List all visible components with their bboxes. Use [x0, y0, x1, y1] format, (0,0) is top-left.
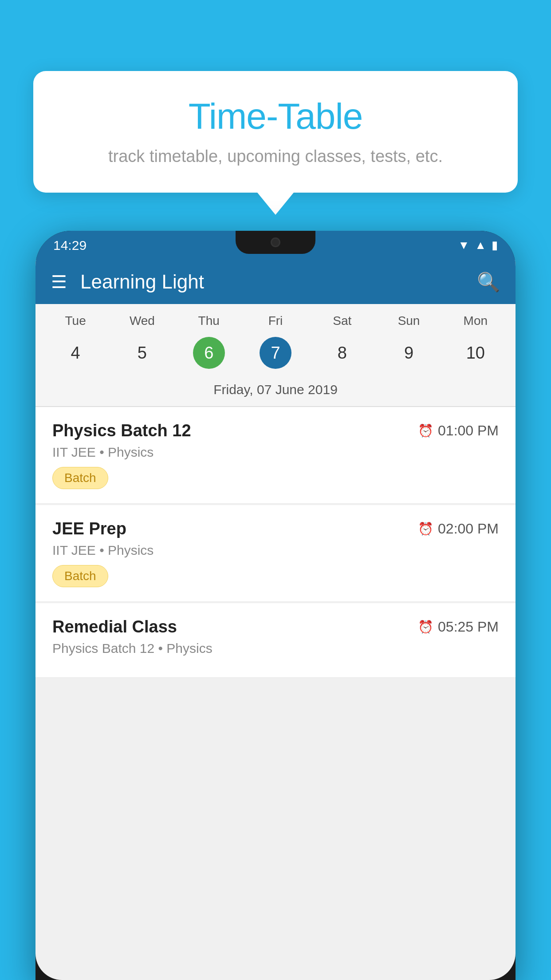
hamburger-icon[interactable]: ☰ — [51, 273, 67, 291]
status-icons: ▼ ▲ ▮ — [458, 238, 498, 252]
phone-frame: 14:29 ▼ ▲ ▮ ☰ Learning Light 🔍 Tue Wed T… — [35, 231, 516, 980]
day-numbers-row[interactable]: 4 5 6 7 8 9 10 — [35, 332, 516, 377]
tooltip-subtitle: track timetable, upcoming classes, tests… — [60, 147, 491, 166]
clock-icon-1: ⏰ — [418, 423, 433, 438]
schedule-item-3-header: Remedial Class ⏰ 05:25 PM — [52, 617, 499, 636]
day-name-tue: Tue — [58, 314, 93, 328]
signal-icon: ▲ — [475, 238, 486, 252]
day-8[interactable]: 8 — [326, 337, 358, 369]
batch-badge-1: Batch — [52, 467, 108, 489]
schedule-item-1[interactable]: Physics Batch 12 ⏰ 01:00 PM IIT JEE • Ph… — [35, 407, 516, 504]
phone-screen: ☰ Learning Light 🔍 Tue Wed Thu Fri Sat S… — [35, 260, 516, 980]
selected-date-label: Friday, 07 June 2019 — [35, 377, 516, 407]
schedule-item-1-subtitle: IIT JEE • Physics — [52, 445, 499, 460]
clock-icon-2: ⏰ — [418, 522, 433, 536]
tooltip-title: Time-Table — [60, 95, 491, 137]
battery-icon: ▮ — [492, 238, 498, 252]
status-time: 14:29 — [53, 238, 87, 253]
day-7-selected[interactable]: 7 — [260, 337, 291, 369]
schedule-item-3-subtitle: Physics Batch 12 • Physics — [52, 641, 499, 656]
day-6-today[interactable]: 6 — [193, 337, 225, 369]
schedule-item-3-time: ⏰ 05:25 PM — [418, 619, 499, 635]
day-10[interactable]: 10 — [460, 337, 492, 369]
day-5[interactable]: 5 — [126, 337, 158, 369]
schedule-item-1-time: ⏰ 01:00 PM — [418, 423, 499, 439]
schedule-item-1-title: Physics Batch 12 — [52, 421, 191, 440]
schedule-item-2[interactable]: JEE Prep ⏰ 02:00 PM IIT JEE • Physics Ba… — [35, 505, 516, 602]
schedule-item-3-title: Remedial Class — [52, 617, 177, 636]
tooltip-card: Time-Table track timetable, upcoming cla… — [33, 71, 518, 193]
schedule-list: Physics Batch 12 ⏰ 01:00 PM IIT JEE • Ph… — [35, 407, 516, 679]
clock-icon-3: ⏰ — [418, 620, 433, 634]
schedule-item-2-subtitle: IIT JEE • Physics — [52, 543, 499, 558]
phone-notch — [236, 231, 315, 254]
app-title: Learning Light — [80, 271, 464, 293]
day-names-row: Tue Wed Thu Fri Sat Sun Mon — [35, 304, 516, 332]
camera-dot — [271, 237, 280, 247]
wifi-icon: ▼ — [458, 238, 470, 252]
day-4[interactable]: 4 — [59, 337, 91, 369]
app-bar: ☰ Learning Light 🔍 — [35, 260, 516, 304]
day-name-sun: Sun — [391, 314, 427, 328]
day-name-fri: Fri — [258, 314, 293, 328]
schedule-item-2-time: ⏰ 02:00 PM — [418, 521, 499, 537]
day-name-mon: Mon — [458, 314, 493, 328]
schedule-item-1-header: Physics Batch 12 ⏰ 01:00 PM — [52, 421, 499, 440]
day-name-sat: Sat — [324, 314, 360, 328]
calendar-header: Tue Wed Thu Fri Sat Sun Mon 4 5 6 7 8 9 … — [35, 304, 516, 407]
schedule-item-2-title: JEE Prep — [52, 519, 126, 538]
day-9[interactable]: 9 — [393, 337, 425, 369]
schedule-item-3[interactable]: Remedial Class ⏰ 05:25 PM Physics Batch … — [35, 603, 516, 678]
search-icon[interactable]: 🔍 — [477, 271, 500, 293]
batch-badge-2: Batch — [52, 565, 108, 587]
day-name-wed: Wed — [124, 314, 160, 328]
day-name-thu: Thu — [191, 314, 227, 328]
schedule-item-2-header: JEE Prep ⏰ 02:00 PM — [52, 519, 499, 538]
